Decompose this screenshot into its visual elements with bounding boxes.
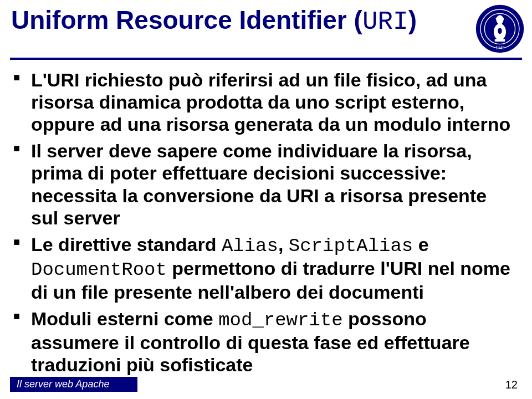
code-span: ScriptAlias bbox=[289, 236, 413, 257]
svg-rect-5 bbox=[495, 39, 505, 42]
bullet-item: Il server deve sapere come individuare l… bbox=[29, 140, 514, 228]
text-span: Le direttive standard bbox=[31, 234, 222, 255]
footer-bar: Il server web Apache bbox=[10, 377, 137, 392]
bullet-item: Moduli esterni come mod_rewrite possono … bbox=[29, 308, 514, 376]
seal-year: 1343 bbox=[495, 45, 505, 50]
text-span: Moduli esterni come bbox=[31, 308, 218, 329]
text-span: , bbox=[278, 234, 289, 255]
text-span: e bbox=[413, 234, 428, 255]
title-text-mono: URI bbox=[362, 8, 408, 37]
title-text-pre: Uniform Resource Identifier ( bbox=[11, 6, 362, 34]
slide-body: L'URI richiesto può riferirsi ad un file… bbox=[0, 60, 532, 376]
slide: Uniform Resource Identifier (URI) 1343 L… bbox=[0, 0, 532, 399]
text-span: Il server deve sapere come individuare l… bbox=[31, 140, 487, 228]
svg-point-4 bbox=[498, 28, 502, 34]
slide-header: Uniform Resource Identifier (URI) 1343 bbox=[0, 0, 532, 60]
bullet-item: L'URI richiesto può riferirsi ad un file… bbox=[29, 69, 514, 135]
text-span: L'URI richiesto può riferirsi ad un file… bbox=[31, 69, 510, 135]
bullet-item: Le direttive standard Alias, ScriptAlias… bbox=[29, 233, 514, 303]
header-rule bbox=[10, 58, 522, 60]
code-span: mod_rewrite bbox=[218, 310, 342, 331]
bullet-list: L'URI richiesto può riferirsi ad un file… bbox=[29, 69, 514, 376]
title-text-post: ) bbox=[408, 6, 417, 34]
code-span: DocumentRoot bbox=[31, 259, 167, 280]
slide-footer: Il server web Apache 12 bbox=[0, 377, 532, 392]
page-number: 12 bbox=[505, 378, 518, 391]
code-span: Alias bbox=[222, 236, 278, 257]
university-seal-icon: 1343 bbox=[474, 3, 525, 54]
slide-title: Uniform Resource Identifier (URI) bbox=[11, 7, 521, 35]
